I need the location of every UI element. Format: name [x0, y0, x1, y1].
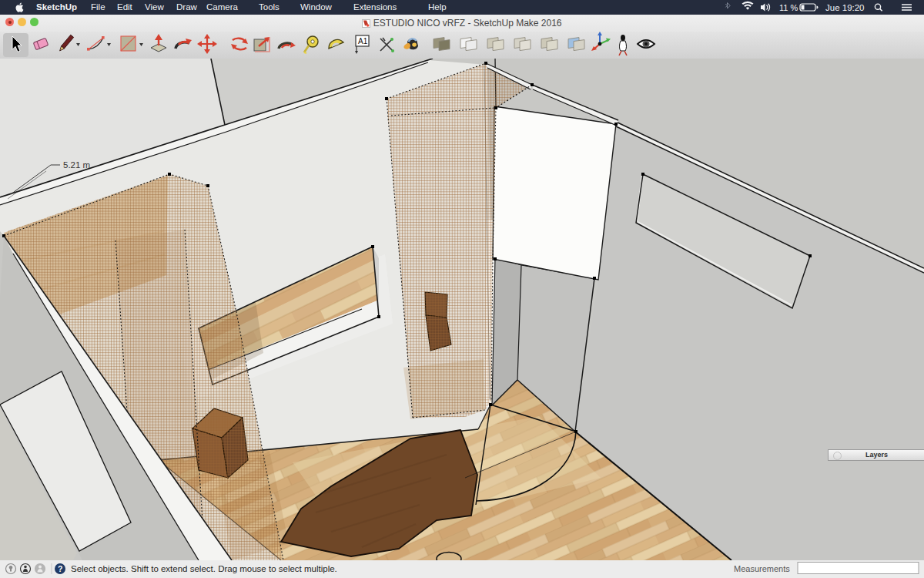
svg-text:11 %: 11 %	[779, 3, 798, 12]
svg-text:A1: A1	[358, 37, 368, 45]
svg-text:Jue 19:20: Jue 19:20	[825, 3, 865, 12]
svg-text:?: ?	[58, 564, 62, 573]
svg-text:Measurements: Measurements	[734, 564, 790, 573]
svg-text:Select objects. Shift to exten: Select objects. Shift to extend select. …	[71, 564, 337, 573]
svg-text:5.21 m: 5.21 m	[63, 160, 90, 170]
